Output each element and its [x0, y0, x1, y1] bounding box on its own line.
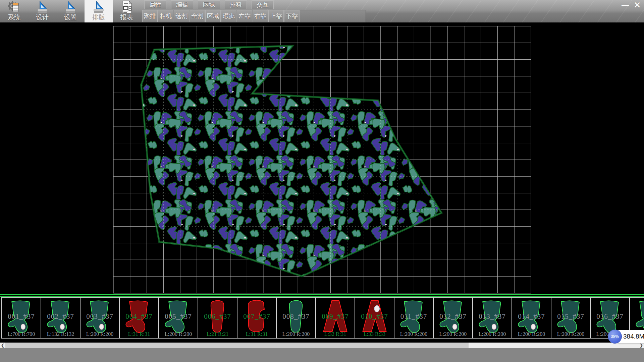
menu-button-区域[interactable]: 区域	[198, 0, 220, 9]
status-bar	[0, 348, 644, 362]
window-controls: — ✕	[619, 0, 643, 10]
nav-tab-label: 系统	[8, 14, 20, 21]
piece-thumbnail-007_#37[interactable]: 007_#37L:31 R:31	[237, 297, 276, 339]
piece-lr-count: L:200 R:200	[277, 331, 315, 337]
nesting-canvas-svg	[0, 22, 644, 294]
tool-button-左靠[interactable]: 左靠	[237, 10, 252, 22]
menu-row2: 聚排相机选割全割区域瑕疵左靠右靠上靠下靠	[142, 10, 300, 22]
piece-lr-count: L:200 R:200	[551, 331, 590, 337]
nav-tab-设置[interactable]: 设置	[56, 0, 85, 22]
piece-lr-count: L:33 R:33	[355, 331, 394, 337]
piece-thumbnail-015_#37[interactable]: 015_#37L:200 R:200	[551, 297, 590, 339]
nav-tab-label: 设置	[64, 14, 77, 21]
piece-name: 007_#37	[237, 312, 276, 321]
piece-thumbnail-list: 001_#37L:700 R:700002_#37L:132 R:132003_…	[0, 297, 644, 339]
piece-lr-count: L:200 R:200	[512, 331, 551, 337]
piece-thumbnail-012_#37[interactable]: 012_#37L:200 R:200	[433, 297, 472, 339]
nav-tab-label: 排版	[92, 14, 105, 21]
memory-badge[interactable]: 384.8M 38%	[608, 329, 644, 344]
piece-lr-count: L:31 R:31	[237, 331, 276, 337]
strip-top-border	[0, 294, 644, 297]
piece-name: 003_#37	[80, 312, 119, 321]
set-square-icon	[92, 0, 105, 14]
piece-lr-count: L:200 R:200	[434, 331, 472, 337]
tool-button-区域[interactable]: 区域	[205, 10, 221, 22]
piece-name: 008_#37	[277, 312, 315, 321]
piece-thumbnail-011_#37[interactable]: 011_#37L:200 R:200	[394, 297, 433, 339]
piece-lr-count: L:21 R:21	[198, 331, 237, 337]
memory-percent-icon[interactable]: 38%	[608, 329, 622, 344]
app-window: 系统设计设置排版报表 属性编辑区域排料交互 聚排相机选割全割区域瑕疵左靠右靠上靠…	[0, 0, 644, 362]
nav-tab-报表[interactable]: 报表	[113, 0, 141, 22]
piece-lr-count: L:32 R:31	[316, 331, 355, 337]
tool-button-聚排[interactable]: 聚排	[142, 10, 158, 22]
piece-thumbnail-008_#37[interactable]: 008_#37L:200 R:200	[276, 297, 315, 339]
piece-name: 006_#37	[198, 312, 237, 321]
piece-name: 001_#37	[2, 312, 41, 321]
tool-button-右靠[interactable]: 右靠	[253, 10, 268, 22]
piece-name: 012_#37	[434, 312, 472, 321]
piece-thumbnail-005_#37[interactable]: 005_#37L:200 R:200	[158, 297, 198, 339]
piece-lr-count: L:31 R:31	[120, 331, 158, 337]
piece-name: 011_#37	[394, 312, 433, 321]
piece-lr-count: L:700 R:700	[2, 331, 41, 337]
piece-lr-count: L:200 R:200	[80, 331, 119, 337]
tool-button-瑕疵[interactable]: 瑕疵	[221, 10, 236, 22]
piece-name: 009_#37	[316, 312, 355, 321]
scroll-left-icon[interactable]: ❮	[0, 343, 5, 348]
horizontal-scrollbar[interactable]: ❮ ❯	[0, 343, 644, 348]
piece-thumbnail-006_#37[interactable]: 006_#37L:21 R:21	[198, 297, 237, 339]
menu-button-交互[interactable]: 交互	[252, 0, 274, 9]
menu-button-编辑[interactable]: 编辑	[171, 0, 193, 9]
scrollbar-thumb[interactable]	[5, 343, 469, 348]
menu-button-属性[interactable]: 属性	[144, 0, 166, 9]
menu-button-排料[interactable]: 排料	[225, 0, 247, 9]
piece-name: 010_#37	[355, 312, 394, 321]
piece-lr-count: L:200 R:200	[159, 331, 198, 337]
piece-lr-count: L:200 R:200	[394, 331, 433, 337]
tool-button-选割[interactable]: 选割	[174, 10, 189, 22]
tool-button-上靠[interactable]: 上靠	[268, 10, 284, 22]
set-square-icon	[36, 0, 49, 14]
piece-name: 002_#37	[41, 312, 80, 321]
piece-thumbnail-004_#37[interactable]: 004_#37L:31 R:31	[119, 297, 158, 339]
piece-name: 013_#37	[473, 312, 512, 321]
piece-lr-count: L:200 R:200	[473, 331, 512, 337]
piece-thumbnail-013_#37[interactable]: 013_#37L:200 R:200	[472, 297, 512, 339]
menu-row1: 属性编辑区域排料交互	[144, 0, 278, 9]
piece-thumbnail-009_#37[interactable]: 009_#37L:32 R:31	[315, 297, 355, 339]
close-button[interactable]: ✕	[631, 0, 643, 10]
hide-nested-pieces	[141, 46, 441, 276]
piece-thumbnail-002_#37[interactable]: 002_#37L:132 R:132	[41, 297, 80, 339]
tool-button-下靠[interactable]: 下靠	[284, 10, 300, 22]
piece-thumbnail-003_#37[interactable]: 003_#37L:200 R:200	[80, 297, 119, 339]
nav-tab-系统[interactable]: 系统	[0, 0, 28, 22]
nav-tab-排版[interactable]: 排版	[85, 0, 113, 22]
nav-tab-设计[interactable]: 设计	[28, 0, 56, 22]
piece-name: 015_#37	[551, 312, 590, 321]
piece-lr-count: L:132 R:132	[41, 331, 80, 337]
set-square-icon	[64, 0, 77, 14]
piece-thumbnail-010_#37[interactable]: 010_#37L:33 R:33	[355, 297, 394, 339]
tool-button-相机[interactable]: 相机	[158, 10, 173, 22]
piece-thumbnail-014_#37[interactable]: 014_#37L:200 R:200	[512, 297, 551, 339]
system-gear-icon	[7, 0, 21, 14]
minimize-button[interactable]: —	[619, 0, 631, 10]
piece-thumbnail-001_#37[interactable]: 001_#37L:700 R:700	[1, 297, 41, 339]
nav-tab-label: 设计	[36, 14, 49, 21]
nesting-canvas[interactable]	[0, 22, 644, 294]
piece-thumbnail-strip: 001_#37L:700 R:700002_#37L:132 R:132003_…	[0, 294, 644, 339]
piece-name: 014_#37	[512, 312, 551, 321]
piece-name: 004_#37	[120, 312, 158, 321]
tool-button-全割[interactable]: 全割	[190, 10, 205, 22]
toolbar: 系统设计设置排版报表 属性编辑区域排料交互 聚排相机选割全割区域瑕疵左靠右靠上靠…	[0, 0, 644, 23]
nav-tab-label: 报表	[120, 14, 133, 21]
main-nav-tabs: 系统设计设置排版报表	[0, 0, 141, 22]
piece-name: 016_#37	[591, 312, 629, 321]
report-icon	[120, 0, 133, 14]
piece-name: 005_#37	[159, 312, 198, 321]
